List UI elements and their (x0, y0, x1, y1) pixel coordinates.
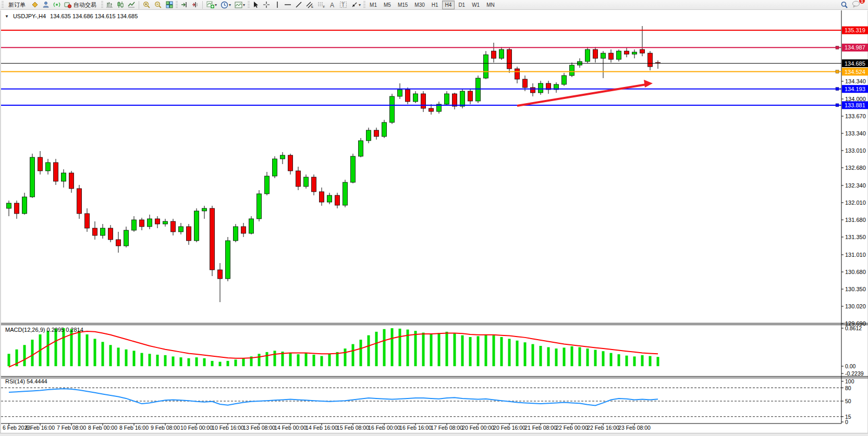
svg-text:10 Feb 16:00: 10 Feb 16:00 (212, 425, 244, 431)
chart-canvas[interactable]: 134.340134.000133.670133.340133.010132.6… (1, 10, 868, 433)
svg-text:80: 80 (845, 385, 851, 391)
templates-dropdown-arrow: ▾ (243, 3, 245, 7)
search-button[interactable] (839, 1, 850, 9)
svg-text:16 Feb 16:00: 16 Feb 16:00 (399, 425, 432, 431)
auto-trading-label: 自动交易 (71, 1, 99, 9)
svg-text:135.319: 135.319 (845, 27, 865, 33)
tab-d1[interactable]: D1 (455, 1, 468, 9)
indicators-icon (206, 1, 214, 8)
tab-m15[interactable]: M15 (395, 1, 411, 9)
cursor-button[interactable] (251, 1, 261, 9)
symbol-period: USDJPY-,H4 (13, 13, 46, 19)
svg-text:0.8612: 0.8612 (845, 325, 862, 331)
arrows-button[interactable]: ▾ (349, 1, 362, 9)
zoom-in-icon (143, 1, 151, 9)
svg-text:22 Feb 16:00: 22 Feb 16:00 (587, 425, 619, 431)
tab-h1[interactable]: H1 (429, 1, 442, 9)
toolbar-grip[interactable] (2, 1, 4, 9)
svg-text:20 Feb 16:00: 20 Feb 16:00 (493, 425, 525, 431)
svg-text:50: 50 (845, 398, 851, 404)
fibonacci-button[interactable]: F (316, 1, 327, 9)
toolbar-grip[interactable] (248, 1, 250, 9)
svg-text:134.193: 134.193 (845, 86, 865, 92)
horizontal-line-button[interactable] (283, 1, 293, 9)
tab-w1[interactable]: W1 (469, 1, 483, 9)
line-chart-icon (128, 1, 135, 8)
fibonacci-icon: F (317, 1, 325, 8)
gold-icon (31, 1, 39, 8)
zoom-out-button[interactable] (153, 1, 164, 9)
svg-text:130.020: 130.020 (845, 303, 866, 309)
tab-mn[interactable]: MN (483, 1, 498, 9)
equidistant-channel-icon: E (306, 1, 314, 8)
svg-text:F: F (323, 5, 325, 8)
cursor-icon (252, 1, 259, 8)
mt4-application: 新订单 自动交易 (0, 0, 868, 436)
gold-button[interactable] (30, 1, 40, 9)
svg-text:8 Feb 00:00: 8 Feb 00:00 (88, 425, 117, 431)
bar-chart-icon (106, 1, 113, 8)
text-label-icon: T (339, 1, 347, 8)
toolbar-grip[interactable] (176, 1, 178, 9)
new-order-button[interactable]: 新订单 (5, 1, 29, 9)
svg-text:134.987: 134.987 (845, 44, 865, 51)
toolbar-separator (202, 1, 203, 9)
templates-button[interactable]: ▾ (233, 1, 247, 9)
signal-button[interactable] (52, 1, 62, 9)
indicators-dropdown-arrow: ▾ (215, 3, 217, 7)
line-chart-button[interactable] (126, 1, 137, 9)
svg-text:15 Feb 08:00: 15 Feb 08:00 (337, 425, 369, 431)
svg-text:134.340: 134.340 (845, 78, 866, 84)
svg-text:6 Feb 16:00: 6 Feb 16:00 (26, 425, 55, 431)
bar-chart-button[interactable] (104, 1, 115, 9)
tab-m5[interactable]: M5 (381, 1, 394, 9)
tab-m1[interactable]: M1 (366, 1, 380, 9)
svg-text:133.010: 133.010 (845, 147, 866, 154)
zoom-in-button[interactable] (141, 1, 152, 9)
auto-scroll-icon (180, 1, 188, 8)
macd-indicator-label: MACD(12,26,9) 0.2095 0.2814 (5, 327, 83, 333)
tab-h4[interactable]: H4 (442, 1, 455, 9)
support-person-icon (42, 1, 50, 8)
chart-shift-button[interactable] (190, 1, 200, 9)
svg-text:130.350: 130.350 (845, 286, 866, 292)
chart-shift-icon (191, 1, 199, 8)
toolbar-grip[interactable] (101, 1, 103, 9)
indicators-button[interactable]: ▾ (205, 1, 218, 9)
auto-scroll-button[interactable] (179, 1, 189, 9)
svg-text:13 Feb 08:00: 13 Feb 08:00 (243, 425, 275, 431)
tile-windows-button[interactable] (164, 1, 175, 9)
text-label-button[interactable]: T (338, 1, 349, 9)
svg-text:20 Feb 00:00: 20 Feb 00:00 (462, 425, 494, 431)
crosshair-button[interactable] (261, 1, 272, 9)
text-button[interactable]: A (327, 1, 337, 9)
periods-button[interactable]: ▾ (219, 1, 233, 9)
svg-text:10 Feb 00:00: 10 Feb 00:00 (180, 425, 213, 431)
svg-text:0: 0 (845, 419, 848, 425)
svg-text:E: E (311, 5, 313, 8)
svg-text:8 Feb 16:00: 8 Feb 16:00 (119, 425, 149, 431)
svg-text:22 Feb 00:00: 22 Feb 00:00 (556, 425, 588, 431)
svg-text:130.680: 130.680 (845, 269, 866, 275)
vertical-line-button[interactable] (272, 1, 282, 9)
auto-trading-button[interactable]: 自动交易 (63, 1, 100, 9)
trendline-button[interactable] (294, 1, 304, 9)
svg-text:100: 100 (845, 378, 854, 384)
equidistant-channel-button[interactable]: E (304, 1, 315, 9)
ohlc-values: 134.635 134.686 134.615 134.685 (50, 13, 138, 19)
price-axis-ticks: 134.340134.000133.670133.340133.010132.6… (841, 78, 866, 327)
chart-title: ▼ USDJPY-,H4 134.635 134.686 134.615 134… (5, 13, 138, 19)
chart-menu-arrow-icon[interactable]: ▼ (5, 14, 9, 19)
window-bottom-border (0, 433, 868, 436)
svg-text:9 Feb 08:00: 9 Feb 08:00 (151, 425, 180, 431)
svg-text:133.340: 133.340 (845, 130, 866, 136)
svg-text:14 Feb 00:00: 14 Feb 00:00 (274, 425, 307, 431)
svg-text:133.670: 133.670 (845, 113, 866, 119)
svg-text:132.010: 132.010 (845, 200, 866, 206)
support-button[interactable] (41, 1, 51, 9)
new-order-label: 新订单 (6, 1, 28, 9)
tab-m30[interactable]: M30 (411, 1, 427, 9)
toolbar-grip[interactable] (363, 1, 365, 9)
auto-trading-icon (64, 1, 71, 8)
candlestick-chart-button[interactable] (115, 1, 126, 9)
